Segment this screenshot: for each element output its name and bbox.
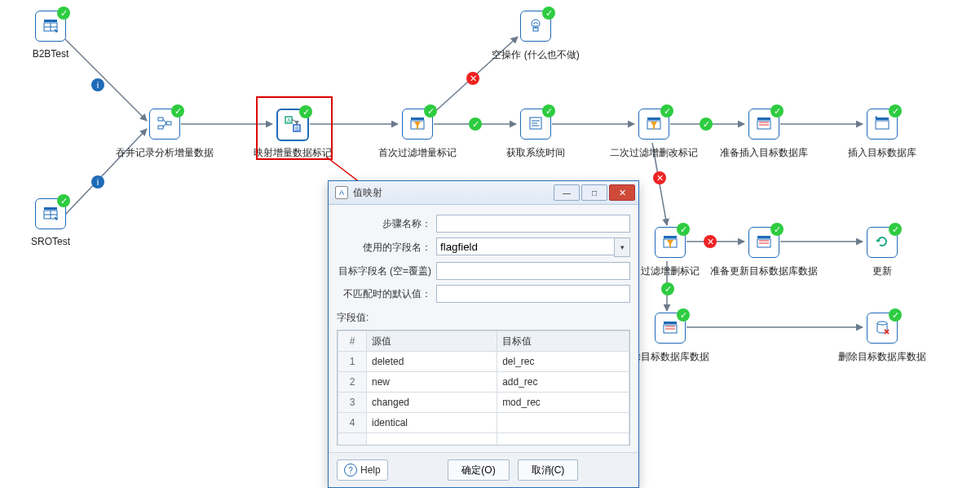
svg-rect-15 <box>44 20 57 22</box>
col-source: 源值 <box>367 331 497 352</box>
svg-text:A: A <box>287 118 291 123</box>
node-srotest[interactable]: ✓ SROTest <box>33 198 68 234</box>
error-badge-icon: ✕ <box>466 72 479 85</box>
maximize-button[interactable]: □ <box>581 184 607 201</box>
status-ok-icon: ✓ <box>770 223 784 236</box>
node-map[interactable]: AB ✓ 映射增量数据标记 <box>275 109 311 144</box>
node-label: 映射增量数据标记 <box>254 146 332 160</box>
use-field-label: 使用的字段名： <box>337 241 431 255</box>
table-icon <box>42 205 59 224</box>
target-field-label: 目标字段名 (空=覆盖) <box>337 264 431 278</box>
ok-badge-icon: ✓ <box>469 118 482 131</box>
ok-badge-icon: ✓ <box>700 118 713 131</box>
svg-rect-45 <box>876 121 889 129</box>
default-value-label: 不匹配时的默认值： <box>337 287 431 301</box>
node-deltarget[interactable]: ✓ 删除目标数据库数据 <box>864 313 900 348</box>
svg-rect-40 <box>757 118 770 120</box>
table-row[interactable]: 1 deleted del_rec <box>338 352 629 372</box>
dbx-icon <box>756 115 772 134</box>
ok-badge-icon: ✓ <box>661 282 674 295</box>
node-label: 空操作 (什么也不做) <box>492 48 579 62</box>
node-b2btest[interactable]: ✓ B2BTest <box>33 11 68 47</box>
node-filter2[interactable]: ✓ 二次过滤增删改标记 <box>636 109 672 144</box>
svg-rect-33 <box>533 28 538 31</box>
error-badge-icon: ✕ <box>653 171 666 184</box>
dbx-icon <box>662 319 678 338</box>
node-label: 二次过滤增删改标记 <box>610 146 698 160</box>
col-target: 目标值 <box>497 331 629 352</box>
map-icon: AB <box>284 115 302 135</box>
script-icon <box>528 115 544 134</box>
node-noop[interactable]: ✓ 空操作 (什么也不做) <box>518 11 554 47</box>
minimize-button[interactable]: — <box>554 184 580 201</box>
node-prepins[interactable]: ✓ 准备插入目标数据库 <box>746 109 782 144</box>
status-ok-icon: ✓ <box>889 223 902 236</box>
node-label: 准备更新目标数据库数据 <box>710 264 818 278</box>
status-ok-icon: ✓ <box>57 194 70 207</box>
node-label: 准备插入目标数据库 <box>720 146 808 160</box>
node-deldata[interactable]: ✓ 除目标数据库数据 <box>652 313 688 348</box>
svg-rect-30 <box>411 118 424 120</box>
svg-line-0 <box>65 39 147 121</box>
table-row[interactable] <box>338 433 629 446</box>
status-ok-icon: ✓ <box>542 7 555 20</box>
use-field-input[interactable] <box>436 237 614 255</box>
step-name-input[interactable] <box>436 215 630 233</box>
refresh-icon <box>874 233 890 252</box>
node-merge[interactable]: ✓ 吞并记录分析增量数据 <box>147 109 183 144</box>
default-value-input[interactable] <box>436 285 630 303</box>
help-button[interactable]: ? Help <box>337 459 388 481</box>
node-filter3[interactable]: ✓ 过滤增删标记 <box>652 227 688 263</box>
table-row[interactable]: 2 new add_rec <box>338 372 629 393</box>
svg-rect-48 <box>757 236 770 238</box>
svg-rect-19 <box>44 207 57 210</box>
svg-point-56 <box>877 322 887 325</box>
node-systime[interactable]: ✓ 获取系统时间 <box>518 109 554 144</box>
status-ok-icon: ✓ <box>889 308 902 322</box>
status-ok-icon: ✓ <box>770 104 784 118</box>
close-button[interactable]: ✕ <box>609 184 635 201</box>
table-icon <box>42 17 59 36</box>
field-values-label: 字段值: <box>337 311 630 325</box>
table-row[interactable]: 4 identical <box>338 413 629 433</box>
node-label: 获取系统时间 <box>506 146 565 160</box>
ok-button[interactable]: 确定(O) <box>448 459 509 481</box>
dbin-icon <box>874 115 890 134</box>
node-label: 首次过滤增量标记 <box>378 146 457 160</box>
node-filter1[interactable]: ✓ 首次过滤增量标记 <box>400 109 435 144</box>
chevron-down-icon[interactable]: ▾ <box>614 237 630 257</box>
value-mapping-dialog: A 值映射 — □ ✕ 步骤名称： 使用的字段名： ▾ 目标字段名 (空=覆盖)… <box>328 180 639 488</box>
target-field-input[interactable] <box>436 262 630 280</box>
status-ok-icon: ✓ <box>542 104 555 118</box>
status-ok-icon: ✓ <box>660 104 673 118</box>
field-values-grid[interactable]: # 源值 目标值 1 deleted del_rec 2 new add_rec <box>337 330 630 446</box>
step-name-label: 步骤名称： <box>337 217 431 231</box>
info-badge-icon: i <box>91 175 104 189</box>
node-label: 吞并记录分析增量数据 <box>116 146 214 160</box>
status-ok-icon: ✓ <box>171 104 184 118</box>
node-label: 插入目标数据库 <box>848 146 916 160</box>
node-update[interactable]: ✓ 更新 <box>864 227 900 263</box>
svg-rect-25 <box>166 122 171 125</box>
table-row[interactable]: 3 changed mod_rec <box>338 393 629 413</box>
node-label: 除目标数据库数据 <box>631 350 709 364</box>
col-hash: # <box>338 331 367 352</box>
status-ok-icon: ✓ <box>889 104 902 118</box>
svg-rect-24 <box>158 126 163 129</box>
node-label: 过滤增删标记 <box>641 264 700 278</box>
error-badge-icon: ✕ <box>704 235 717 248</box>
dbx-icon <box>756 233 772 252</box>
svg-rect-23 <box>158 118 163 121</box>
node-insert[interactable]: ✓ 插入目标数据库 <box>864 109 900 144</box>
map-icon: A <box>335 186 348 199</box>
info-badge-icon: i <box>91 78 104 91</box>
status-ok-icon: ✓ <box>57 7 70 20</box>
dialog-titlebar[interactable]: A 值映射 — □ ✕ <box>329 181 638 205</box>
merge-icon <box>157 115 173 134</box>
node-label: SROTest <box>31 236 70 247</box>
dialog-title: 值映射 <box>353 186 554 200</box>
cancel-button[interactable]: 取消(C) <box>518 459 579 481</box>
node-prepupd[interactable]: ✓ 准备更新目标数据库数据 <box>746 227 782 263</box>
svg-text:B: B <box>295 126 299 131</box>
filter-icon <box>662 233 678 252</box>
